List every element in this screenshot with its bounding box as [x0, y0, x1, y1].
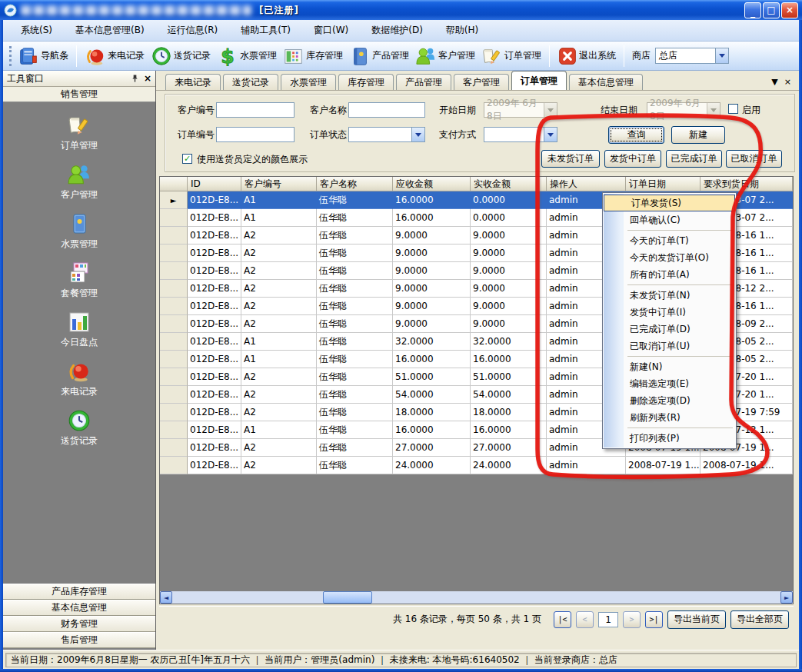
- row-selector[interactable]: [160, 298, 188, 315]
- filter-shipping-button[interactable]: 发货中订单: [604, 150, 661, 168]
- close-button[interactable]: ×: [781, 2, 798, 18]
- menu-item-new[interactable]: 新建(N): [603, 358, 736, 375]
- row-selector[interactable]: [160, 333, 188, 351]
- tab-customer[interactable]: 客户管理: [454, 74, 509, 90]
- row-selector[interactable]: [160, 245, 188, 262]
- order-status-select[interactable]: [348, 127, 425, 142]
- row-selector[interactable]: [160, 262, 188, 280]
- menu-item-completed-orders[interactable]: 已完成订单(D): [603, 321, 736, 338]
- menu-basic-info[interactable]: 基本信息管理(B): [65, 21, 155, 40]
- tab-order[interactable]: 订单管理: [511, 71, 567, 90]
- filter-unshipped-button[interactable]: 未发货订单: [541, 150, 600, 168]
- menu-data-maintain[interactable]: 数据维护(D): [361, 21, 433, 40]
- product-button[interactable]: 产品管理: [346, 44, 412, 68]
- header-operator[interactable]: 操作人: [547, 177, 626, 191]
- horizontal-scrollbar[interactable]: ◄ ►: [160, 591, 793, 604]
- row-selector[interactable]: [160, 280, 188, 298]
- tab-call-record[interactable]: 来电记录: [165, 74, 221, 90]
- table-row[interactable]: 012D-E8...A2伍华聪24.000024.0000admin2008-0…: [160, 457, 793, 474]
- prev-page-button[interactable]: <: [576, 611, 594, 628]
- row-selector[interactable]: [160, 227, 188, 245]
- navigator-button[interactable]: 导航条: [15, 44, 72, 68]
- last-page-button[interactable]: >|: [645, 611, 663, 628]
- enable-checkbox[interactable]: [728, 104, 738, 114]
- tab-inventory[interactable]: 库存管理: [338, 74, 394, 90]
- tab-basic-info[interactable]: 基本信息管理: [569, 74, 643, 90]
- restore-button[interactable]: □: [763, 2, 780, 18]
- menu-item-delete-selected[interactable]: 删除选定项(D): [603, 392, 736, 409]
- sidebar-group-basic-info[interactable]: 基本信息管理: [3, 600, 155, 616]
- minimize-button[interactable]: _: [744, 2, 761, 18]
- row-selector[interactable]: [160, 421, 188, 439]
- menu-item-ship-order[interactable]: 订单发货(S): [604, 195, 735, 211]
- customer-button[interactable]: 客户管理: [412, 44, 478, 68]
- header-order-date[interactable]: 订单日期: [626, 177, 701, 191]
- order-button[interactable]: 订单管理: [478, 44, 544, 68]
- row-selector[interactable]: [160, 439, 188, 457]
- menu-help[interactable]: 帮助(H): [436, 21, 488, 40]
- menu-item-edit-selected[interactable]: 编辑选定项(E): [603, 375, 736, 392]
- next-page-button[interactable]: >: [623, 611, 641, 628]
- menu-item-refresh-list[interactable]: 刷新列表(R): [603, 409, 736, 426]
- call-record-button[interactable]: 来电记录: [82, 44, 148, 68]
- menu-item-cancelled-orders[interactable]: 已取消订单(U): [603, 338, 736, 354]
- row-selector[interactable]: [160, 457, 188, 474]
- row-selector[interactable]: [160, 404, 188, 421]
- header-received[interactable]: 实收金额: [471, 177, 547, 191]
- scroll-left-arrow[interactable]: ◄: [160, 591, 172, 604]
- filter-completed-button[interactable]: 已完成订单: [666, 150, 722, 168]
- menu-window[interactable]: 窗口(W): [304, 21, 358, 40]
- order-no-input[interactable]: [216, 127, 295, 142]
- pay-method-select[interactable]: [484, 127, 557, 142]
- sidebar-item-call-record[interactable]: 来电记录: [3, 354, 155, 403]
- row-selector[interactable]: [160, 368, 188, 386]
- menu-item-print-list[interactable]: 打印列表(P): [603, 430, 736, 447]
- menu-item-today-shipped-orders[interactable]: 今天的发货订单(O): [603, 249, 736, 266]
- sidebar-section-sales[interactable]: 销售管理: [3, 87, 155, 102]
- scroll-thumb[interactable]: [323, 591, 372, 604]
- close-icon[interactable]: ×: [144, 73, 151, 84]
- sidebar-group-after-sale[interactable]: 售后管理: [3, 632, 155, 648]
- header-customer-name[interactable]: 客户名称: [317, 177, 393, 191]
- header-id[interactable]: ID: [188, 177, 241, 191]
- sidebar-group-finance[interactable]: 财务管理: [3, 616, 155, 632]
- tab-delivery-record[interactable]: 送货记录: [223, 74, 278, 90]
- inventory-button[interactable]: 库存管理: [280, 44, 346, 68]
- query-button[interactable]: 查询: [608, 126, 664, 144]
- header-required-date[interactable]: 要求到货日期: [701, 177, 793, 191]
- row-selector[interactable]: ►: [160, 191, 188, 209]
- menu-item-shipping-orders[interactable]: 发货中订单(I): [603, 304, 736, 321]
- row-selector[interactable]: [160, 209, 188, 227]
- row-selector[interactable]: [160, 315, 188, 333]
- sidebar-item-delivery-record[interactable]: 送货记录: [3, 403, 155, 452]
- sidebar-item-today-inventory[interactable]: 今日盘点: [3, 304, 155, 354]
- menu-system[interactable]: 系统(S): [11, 21, 62, 40]
- sidebar-item-water-ticket[interactable]: 水票管理: [3, 206, 155, 255]
- start-date-picker[interactable]: 2009年 6月 8日: [484, 102, 557, 118]
- delivery-record-button[interactable]: 送货记录: [148, 44, 214, 68]
- sidebar-item-package[interactable]: 套餐管理: [3, 255, 155, 304]
- menu-item-unshipped-orders[interactable]: 未发货订单(N): [603, 287, 736, 304]
- exit-button[interactable]: 退出系统: [554, 45, 619, 68]
- row-selector[interactable]: [160, 351, 188, 368]
- first-page-button[interactable]: |<: [554, 611, 571, 628]
- header-receivable[interactable]: 应收金额: [393, 177, 471, 191]
- scroll-right-arrow[interactable]: ►: [780, 591, 793, 604]
- tab-product[interactable]: 产品管理: [396, 74, 451, 90]
- pin-icon[interactable]: [131, 74, 139, 83]
- sidebar-item-customer[interactable]: 客户管理: [3, 157, 155, 206]
- export-current-page-button[interactable]: 导出当前页: [667, 610, 726, 629]
- chevron-down-icon[interactable]: [715, 48, 728, 63]
- close-icon[interactable]: ×: [784, 77, 791, 87]
- new-button[interactable]: 新建: [671, 126, 725, 144]
- water-ticket-button[interactable]: $ 水票管理: [214, 44, 280, 68]
- menu-item-today-orders[interactable]: 今天的订单(T): [603, 232, 736, 249]
- tab-water-ticket[interactable]: 水票管理: [281, 74, 336, 90]
- sidebar-item-order[interactable]: 订单管理: [3, 108, 155, 157]
- end-date-picker[interactable]: 2009年 6月 8日: [647, 102, 720, 118]
- menu-item-all-orders[interactable]: 所有的订单(A): [603, 266, 736, 283]
- export-all-pages-button[interactable]: 导出全部页: [730, 610, 789, 629]
- row-selector[interactable]: [160, 386, 188, 404]
- customer-no-input[interactable]: [216, 102, 295, 118]
- menu-aux-tools[interactable]: 辅助工具(T): [231, 21, 301, 40]
